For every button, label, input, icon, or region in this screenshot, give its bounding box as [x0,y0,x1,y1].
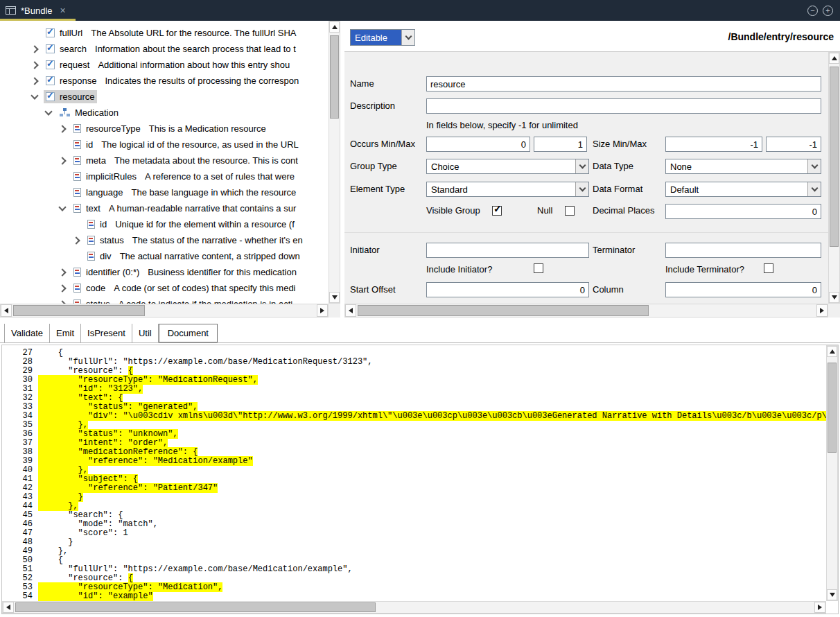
start-offset-input[interactable] [426,282,589,297]
scroll-thumb[interactable] [13,305,145,316]
scroll-down-button[interactable] [329,292,340,303]
chevron-closed-icon[interactable] [30,77,38,85]
scroll-down-button[interactable] [829,292,839,303]
column-input[interactable] [665,282,821,297]
dropdown-arrow-icon[interactable] [401,30,414,45]
dropdown-arrow-icon[interactable] [807,182,821,196]
tab-ispresent[interactable]: IsPresent [81,324,132,342]
scroll-thumb[interactable] [358,305,649,316]
dropdown-arrow-icon[interactable] [807,159,821,173]
tree-row-code[interactable]: codeA code (or set of codes) that specif… [0,280,329,296]
tree-node[interactable]: Medication [58,106,121,119]
tree-row-text[interactable]: textA human-readable narrative that cont… [0,200,329,216]
name-input[interactable] [426,76,821,92]
tree-node[interactable]: search [44,42,89,55]
size-min-input[interactable] [665,137,762,152]
chevron-open-icon[interactable] [58,203,66,211]
tree-row-response[interactable]: responseIndicates the results of process… [0,73,329,89]
scroll-right-button[interactable] [814,602,825,613]
tree-horizontal-scrollbar[interactable] [0,304,329,318]
tab-emit[interactable]: Emit [50,324,81,342]
scroll-up-button[interactable] [329,21,340,33]
edit-mode-select[interactable]: Editable [350,29,415,46]
decimal-places-input[interactable] [665,204,821,219]
tree-node[interactable]: status [71,297,112,304]
tree-row-fullUrl[interactable]: fullUrlThe Absolute URL for the resource… [0,25,329,41]
tree-row-request[interactable]: requestAdditional information about how … [0,57,329,73]
scroll-up-button[interactable] [827,346,837,357]
document-horizontal-scrollbar[interactable] [2,601,826,614]
scroll-left-button[interactable] [1,304,12,317]
bundle-document-tab[interactable]: *Bundle × [0,0,76,21]
document-vertical-scrollbar[interactable] [826,345,838,601]
scroll-thumb[interactable] [15,602,376,612]
tree-node[interactable]: id [85,218,109,231]
dropdown-arrow-icon[interactable] [575,182,588,196]
scroll-right-button[interactable] [317,304,328,317]
tree-node[interactable]: code [71,281,107,295]
include-terminator-checkbox[interactable] [764,263,773,273]
tree-node[interactable]: request [44,58,91,71]
tree-row-status[interactable]: statusA code to indicate if the medicati… [0,296,329,304]
tree-row-meta[interactable]: metaThe metadata about the resource. Thi… [0,153,329,168]
tree-row-implicitRules[interactable]: implicitRulesA reference to a set of rul… [0,168,329,184]
tree-node[interactable]: text [71,202,103,215]
properties-vertical-scrollbar[interactable] [828,52,840,304]
scroll-thumb[interactable] [828,363,837,453]
tab-document[interactable]: Document [159,324,218,342]
scroll-up-button[interactable] [829,53,839,64]
scroll-down-button[interactable] [827,589,837,600]
scroll-thumb[interactable] [330,35,339,119]
dropdown-arrow-icon[interactable] [575,159,588,173]
tree-node[interactable]: response [44,74,98,87]
tree-vertical-scrollbar[interactable] [329,21,340,304]
tree-node[interactable]: status [85,234,126,247]
element-type-select[interactable]: Standard [426,182,589,197]
tree-row-div[interactable]: divThe actual narrative content, a strip… [0,248,329,264]
tree-row-resource[interactable]: resource [0,89,329,105]
tree-node[interactable]: implicitRules [71,170,139,183]
maximize-button[interactable]: + [823,6,833,16]
tree-node-selected[interactable]: resource [44,90,97,103]
scroll-thumb[interactable] [830,67,839,247]
minimize-button[interactable]: − [807,6,818,16]
include-initiator-checkbox[interactable] [534,263,543,273]
occurs-max-input[interactable] [534,137,587,152]
tree-node[interactable]: language [71,186,125,199]
tree-row-search[interactable]: searchInformation about the search proce… [0,41,329,57]
group-type-select[interactable]: Choice [426,159,589,174]
data-format-select[interactable]: Default [665,182,821,197]
tree-row-status[interactable]: statusThe status of the narrative - whet… [0,232,329,248]
scroll-left-button[interactable] [3,602,14,613]
tree-row-identifier[interactable]: identifier (0:*)Business identifier for … [0,264,329,280]
properties-horizontal-scrollbar[interactable] [344,304,828,318]
tab-util[interactable]: Util [132,324,159,342]
chevron-closed-icon[interactable] [30,61,38,69]
tree-node[interactable]: fullUrl [44,26,85,40]
occurs-min-input[interactable] [426,137,530,152]
initiator-input[interactable] [426,243,589,258]
terminator-input[interactable] [665,243,821,258]
chevron-open-icon[interactable] [30,92,38,99]
chevron-closed-icon[interactable] [58,125,66,132]
size-max-input[interactable] [766,137,821,152]
tree-node[interactable]: identifier (0:*) [71,266,141,279]
tree-node[interactable]: div [85,250,114,263]
tree-node[interactable]: resourceType [71,122,143,135]
tree-row-language[interactable]: languageThe base language in which the r… [0,184,329,200]
chevron-closed-icon[interactable] [72,236,80,244]
null-checkbox[interactable] [565,206,575,216]
chevron-closed-icon[interactable] [58,157,66,164]
tree-row-resourceType[interactable]: resourceTypeThis is a Medication resourc… [0,121,329,137]
tree-node[interactable]: meta [71,154,108,167]
visible-group-checkbox[interactable] [492,206,502,216]
tree-row-id[interactable]: idThe logical id of the resource, as use… [0,137,329,153]
description-input[interactable] [426,98,821,114]
tree-row-Medication[interactable]: Medication [0,105,329,121]
tree-row-id[interactable]: idUnique id for the element within a res… [0,216,329,232]
chevron-open-icon[interactable] [44,107,52,115]
chevron-closed-icon[interactable] [58,268,66,276]
tab-close-icon[interactable]: × [60,5,66,16]
data-type-select[interactable]: None [665,159,821,174]
tree-node[interactable]: id [71,138,95,151]
